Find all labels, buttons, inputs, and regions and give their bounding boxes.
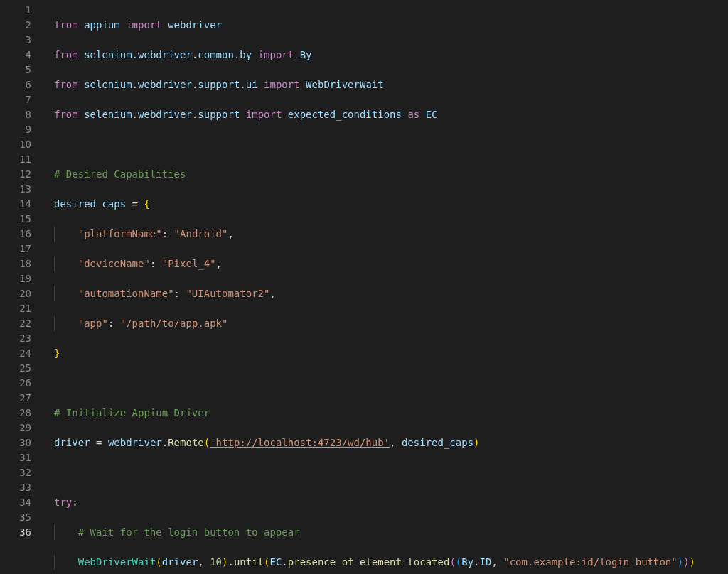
t: EC [270, 556, 282, 568]
p: ( [264, 556, 269, 568]
code-area[interactable]: from appium import webdriver from seleni… [44, 0, 728, 574]
t: support [198, 109, 240, 120]
line-number: 35 [0, 510, 31, 525]
indent-guide [54, 555, 55, 570]
line-number: 1 [0, 3, 31, 18]
t: ui [246, 79, 258, 90]
line-number: 17 [0, 242, 31, 256]
t: : [72, 497, 77, 508]
p: ) [683, 556, 689, 568]
t: . [132, 79, 138, 90]
t [258, 79, 264, 90]
line-number: 16 [0, 227, 31, 242]
line-number: 12 [0, 167, 31, 182]
t: . [228, 556, 233, 568]
code-line[interactable]: # Initialize Appium Driver [54, 406, 728, 421]
code-line[interactable] [54, 376, 728, 391]
t: selenium [84, 79, 132, 90]
t [252, 49, 257, 60]
t: "Android" [174, 228, 228, 239]
t: by [240, 49, 252, 60]
code-line[interactable] [54, 465, 728, 480]
line-number: 7 [0, 92, 31, 107]
t: webdriver [138, 79, 192, 90]
code-line[interactable]: "platformName": "Android", [54, 227, 728, 242]
t: import [246, 109, 282, 120]
t: Remote [168, 437, 204, 448]
code-line[interactable]: desired_caps = { [54, 197, 728, 212]
t: from [54, 49, 78, 60]
comment: # Desired Capabilities [54, 168, 186, 180]
line-number: 31 [0, 450, 31, 465]
t [300, 79, 306, 90]
line-number: 14 [0, 197, 31, 212]
code-line[interactable]: "automationName": "UIAutomator2", [54, 286, 728, 301]
p: ( [156, 556, 161, 568]
t: "UIAutomator2" [186, 288, 269, 299]
code-line[interactable]: from selenium.webdriver.support.ui impor… [54, 77, 728, 92]
code-line[interactable]: } [54, 346, 728, 361]
t: until [234, 556, 264, 568]
indent-guide [54, 316, 55, 331]
t [419, 109, 425, 120]
line-number: 26 [0, 376, 31, 391]
code-line[interactable]: from appium import webdriver [54, 18, 728, 33]
code-line[interactable]: WebDriverWait(driver, 10).until(EC.prese… [54, 555, 728, 570]
line-number: 36 [0, 525, 31, 540]
line-number: 8 [0, 107, 31, 122]
t: . [240, 79, 245, 90]
t: . [282, 556, 287, 568]
t: desired_caps [402, 437, 473, 448]
code-editor[interactable]: 1 2 3 4 5 6 7 8 9 10 11 12 13 14 15 16 1… [0, 0, 728, 574]
t: . [132, 49, 138, 60]
indent-guide [54, 525, 55, 540]
line-number: 24 [0, 346, 31, 361]
t: expected_conditions [288, 109, 402, 120]
indent-guide [54, 256, 55, 271]
t: selenium [84, 49, 132, 60]
t: : [150, 258, 162, 269]
t: "automationName" [78, 288, 174, 299]
t: import [258, 49, 294, 60]
code-line[interactable]: from selenium.webdriver.common.by import… [54, 48, 728, 63]
t: desired_caps [54, 198, 126, 210]
line-number: 30 [0, 435, 31, 450]
line-number: 23 [0, 331, 31, 346]
code-line[interactable]: driver = webdriver.Remote('http://localh… [54, 435, 728, 450]
line-number: 4 [0, 48, 31, 63]
comment: # Wait for the login button to appear [78, 526, 300, 538]
code-line[interactable]: "app": "/path/to/app.apk" [54, 316, 728, 331]
code-line[interactable]: # Wait for the login button to appear [54, 525, 728, 540]
t: ID [480, 556, 492, 568]
t: from [54, 79, 78, 90]
t [54, 288, 78, 299]
t: = [126, 198, 144, 210]
line-number: 33 [0, 480, 31, 495]
t: "Pixel_4" [162, 258, 216, 269]
brace-close: } [54, 347, 60, 359]
code-line[interactable] [54, 137, 728, 152]
line-number: 20 [0, 286, 31, 301]
t: WebDriverWait [78, 556, 156, 568]
t: "deviceName" [78, 258, 150, 269]
t [78, 19, 84, 31]
t: , [390, 437, 402, 448]
line-number: 22 [0, 316, 31, 331]
t: : [162, 228, 174, 239]
code-line[interactable]: # Desired Capabilities [54, 167, 728, 182]
brace-open: { [144, 198, 149, 210]
t: selenium [84, 109, 132, 120]
t: presence_of_element_located [288, 556, 450, 568]
code-line[interactable]: from selenium.webdriver.support import e… [54, 107, 728, 122]
line-number: 18 [0, 256, 31, 271]
t [120, 19, 126, 31]
t [54, 526, 78, 538]
code-line[interactable]: try: [54, 495, 728, 510]
line-number: 2 [0, 18, 31, 33]
t: . [162, 437, 168, 448]
code-line[interactable]: "deviceName": "Pixel_4", [54, 256, 728, 271]
indent-guide [54, 286, 55, 301]
t: : [108, 318, 120, 329]
t: as [407, 109, 419, 120]
line-number-gutter: 1 2 3 4 5 6 7 8 9 10 11 12 13 14 15 16 1… [0, 0, 44, 574]
